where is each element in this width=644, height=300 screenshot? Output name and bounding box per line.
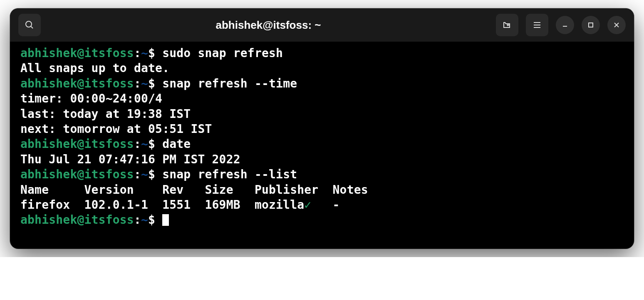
window-controls [496,14,626,36]
command-text: date [162,137,191,151]
prompt-path: ~ [141,46,148,60]
svg-line-1 [31,26,33,28]
menu-button[interactable] [526,14,548,36]
prompt-user-host: abhishek@itsfoss [20,213,134,227]
minimize-icon [561,21,569,29]
prompt-symbol: $ [148,213,155,227]
prompt-path: ~ [141,168,148,181]
prompt-colon: : [134,46,141,60]
output-row: - [311,198,339,212]
prompt-user-host: abhishek@itsfoss [20,77,134,90]
output-text: last: today at 19:38 IST [20,107,191,121]
output-text: All snaps up to date. [20,61,169,75]
prompt-user-host: abhishek@itsfoss [20,137,134,151]
verified-check-icon: ✓ [304,198,311,212]
prompt-colon: : [134,137,141,151]
new-tab-icon [502,20,512,30]
prompt-colon: : [134,77,141,90]
output-header: Name Version Rev Size Publisher Notes [20,183,368,197]
prompt-colon: : [134,213,141,227]
prompt-path: ~ [141,137,148,151]
output-row: firefox 102.0.1-1 1551 169MB mozilla [20,198,304,212]
search-icon [25,20,35,30]
prompt-symbol: $ [148,46,155,60]
prompt-symbol: $ [148,137,155,151]
window-title: abhishek@itsfoss: ~ [46,19,491,32]
command-text: snap refresh --list [162,168,297,181]
prompt-user-host: abhishek@itsfoss [20,168,134,181]
maximize-icon [587,21,594,29]
hamburger-icon [532,20,542,30]
command-text: snap refresh --time [162,77,297,90]
close-button[interactable] [607,16,626,34]
titlebar: abhishek@itsfoss: ~ [10,8,634,42]
output-text: next: tomorrow at 05:51 IST [20,122,212,136]
output-text: Thu Jul 21 07:47:16 PM IST 2022 [20,152,240,166]
close-icon [613,21,620,29]
prompt-colon: : [134,168,141,181]
prompt-symbol: $ [148,168,155,181]
new-tab-button[interactable] [496,14,518,36]
minimize-button[interactable] [556,16,574,34]
cursor [162,214,169,226]
terminal-window: abhishek@itsfoss: ~ abhishek@itsfoss:~$ … [10,8,634,249]
maximize-button[interactable] [582,16,600,34]
prompt-path: ~ [141,77,148,90]
prompt-user-host: abhishek@itsfoss [20,46,134,60]
prompt-symbol: $ [148,77,155,90]
svg-point-0 [26,21,32,27]
output-text: timer: 00:00~24:00/4 [20,92,162,105]
svg-rect-8 [589,23,593,27]
terminal-output[interactable]: abhishek@itsfoss:~$ sudo snap refresh Al… [10,42,634,249]
search-button[interactable] [18,14,41,36]
command-text: sudo snap refresh [162,46,283,60]
prompt-path: ~ [141,213,148,227]
